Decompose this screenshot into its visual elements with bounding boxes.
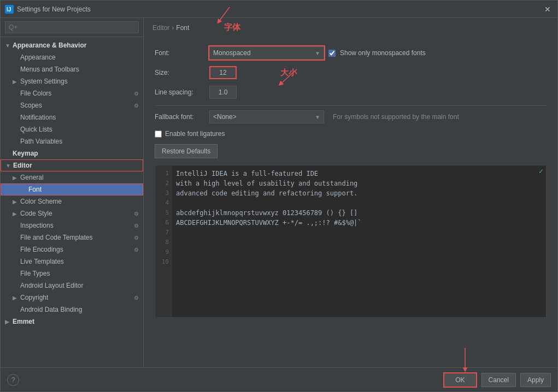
settings-badge: ⚙	[134, 211, 139, 217]
font-dropdown-value: Monospaced	[213, 49, 251, 57]
sidebar-item-label: Keymap	[13, 150, 38, 157]
sidebar-item-file-types[interactable]: File Types	[1, 268, 143, 280]
sidebar-item-label: File Types	[20, 270, 50, 277]
sidebar-item-label: File Encodings	[20, 246, 63, 253]
sidebar-item-general[interactable]: ▶ General	[1, 171, 143, 183]
search-box	[1, 18, 143, 37]
preview-area: 1 2 3 4 5 6 7 8 9 10 IntelliJ IDEA is a …	[155, 165, 547, 318]
font-dropdown[interactable]: Monospaced ▼	[209, 46, 324, 60]
sidebar-item-label: Appearance & Behavior	[13, 41, 86, 49]
fallback-font-dropdown[interactable]: <None> ▼	[209, 110, 324, 123]
sidebar-item-android-data-binding[interactable]: Android Data Binding	[1, 304, 143, 316]
restore-defaults-button[interactable]: Restore Defaults	[155, 144, 218, 158]
tree: ▼ Appearance & Behavior Appearance Menus…	[1, 37, 143, 367]
sidebar-item-label: File Colors	[20, 90, 51, 97]
line-num: 10	[155, 257, 169, 267]
svg-text:IJ: IJ	[7, 7, 11, 13]
ligatures-row: Enable font ligatures	[155, 130, 547, 138]
sidebar-item-live-templates[interactable]: Live Templates	[1, 256, 143, 268]
preview-code: IntelliJ IDEA is a full-featured IDE wit…	[172, 165, 536, 317]
sidebar-item-quick-lists[interactable]: Quick Lists	[1, 123, 143, 135]
cancel-button[interactable]: Cancel	[481, 373, 516, 387]
dropdown-arrow-icon: ▼	[315, 50, 320, 56]
sidebar-item-file-encodings[interactable]: File Encodings ⚙	[1, 243, 143, 256]
sidebar-item-path-variables[interactable]: Path Variables	[1, 135, 143, 147]
sidebar-item-inspections[interactable]: Inspections ⚙	[1, 219, 143, 231]
sidebar-item-emmet[interactable]: ▶ Emmet	[1, 316, 143, 328]
sidebar-item-code-style[interactable]: ▶ Code Style ⚙	[1, 207, 143, 219]
line-spacing-input[interactable]	[209, 86, 237, 99]
line-num: 9	[155, 247, 169, 257]
window-title: Settings for New Projects	[17, 5, 542, 13]
dropdown-arrow-icon: ▼	[315, 114, 320, 120]
sidebar-item-label: Emmet	[13, 318, 34, 325]
sidebar-item-keymap[interactable]: Keymap	[1, 147, 143, 159]
size-input[interactable]	[209, 66, 237, 79]
sidebar-item-label: Inspections	[20, 222, 54, 229]
settings-window: IJ Settings for New Projects ✕ ▼ Appeara…	[0, 0, 558, 392]
sidebar-item-label: Path Variables	[20, 138, 62, 145]
ok-button[interactable]: OK	[443, 372, 477, 388]
sidebar-item-label: Quick Lists	[20, 126, 52, 133]
line-num: 1	[155, 169, 169, 179]
sidebar-item-editor[interactable]: ▼ Editor	[1, 159, 143, 171]
sidebar-item-appearance-behavior[interactable]: ▼ Appearance & Behavior	[1, 39, 143, 51]
sidebar-item-label: Android Layout Editor	[20, 282, 83, 289]
sidebar-item-label: File and Code Templates	[20, 234, 93, 241]
sidebar-item-appearance[interactable]: Appearance	[1, 51, 143, 63]
main-content: ▼ Appearance & Behavior Appearance Menus…	[1, 18, 557, 367]
ligatures-checkbox[interactable]	[155, 130, 162, 138]
sidebar-item-system-settings[interactable]: ▶ System Settings	[1, 75, 143, 87]
collapse-arrow-icon: ▶	[5, 319, 13, 325]
sidebar-item-color-scheme[interactable]: ▶ Color Scheme	[1, 195, 143, 207]
settings-badge: ⚙	[134, 235, 139, 241]
sidebar-item-android-layout-editor[interactable]: Android Layout Editor	[1, 280, 143, 292]
line-spacing-label: Line spacing:	[155, 88, 209, 96]
line-spacing-field	[209, 86, 237, 99]
preview-check-icon: ✓	[536, 165, 546, 317]
sidebar-item-label: Menus and Toolbars	[20, 66, 79, 73]
line-num: 6	[155, 218, 169, 228]
size-row: Size: 大小	[155, 66, 547, 79]
bottom-bar: ? OK Cancel Apply	[1, 367, 557, 391]
sidebar-item-label: Editor	[13, 162, 32, 169]
sidebar-item-label: Color Scheme	[20, 198, 62, 205]
size-label: Size:	[155, 69, 209, 76]
fallback-font-field: <None> ▼ For symbols not supported by th…	[209, 110, 459, 123]
show-monospaced-checkbox[interactable]	[328, 50, 336, 57]
breadcrumb-current: Font	[176, 24, 189, 32]
app-icon: IJ	[5, 5, 14, 14]
font-label: Font:	[155, 49, 209, 57]
collapse-arrow-icon: ▶	[13, 79, 20, 85]
close-button[interactable]: ✕	[542, 4, 553, 15]
line-num: 2	[155, 179, 169, 188]
divider	[155, 105, 547, 106]
settings-badge: ⚙	[134, 91, 139, 97]
line-num: 5	[155, 208, 169, 218]
help-button[interactable]: ?	[7, 374, 19, 386]
font-annotation-label: 字体	[224, 22, 240, 33]
show-monospaced-label: Show only monospaced fonts	[340, 49, 426, 57]
collapse-arrow-icon: ▶	[13, 295, 20, 301]
sidebar-item-menus-toolbars[interactable]: Menus and Toolbars	[1, 63, 143, 75]
fallback-font-label: Fallback font:	[155, 113, 209, 121]
arrow-icon: ▼	[5, 43, 13, 49]
sidebar-item-file-code-templates[interactable]: File and Code Templates ⚙	[1, 231, 143, 243]
collapse-arrow-icon: ▶	[13, 211, 20, 217]
sidebar-item-notifications[interactable]: Notifications	[1, 111, 143, 123]
sidebar-item-label: Appearance	[20, 54, 56, 61]
settings-badge: ⚙	[134, 247, 139, 253]
restore-defaults-container: Restore Defaults	[155, 144, 547, 158]
ok-button-container: OK	[443, 372, 477, 388]
settings-form: Font: Monospaced ▼ Show only monospaced …	[144, 38, 557, 367]
sidebar-item-label: Notifications	[20, 114, 56, 121]
sidebar-item-label: Live Templates	[20, 258, 64, 265]
search-input[interactable]	[5, 21, 139, 33]
apply-button[interactable]: Apply	[520, 373, 551, 387]
sidebar-item-file-colors[interactable]: File Colors ⚙	[1, 87, 143, 99]
sidebar-item-copyright[interactable]: ▶ Copyright ⚙	[1, 292, 143, 304]
line-num: 3	[155, 188, 169, 198]
line-num: 7	[155, 228, 169, 237]
sidebar-item-scopes[interactable]: Scopes ⚙	[1, 99, 143, 111]
sidebar-item-font[interactable]: Font	[1, 183, 143, 195]
